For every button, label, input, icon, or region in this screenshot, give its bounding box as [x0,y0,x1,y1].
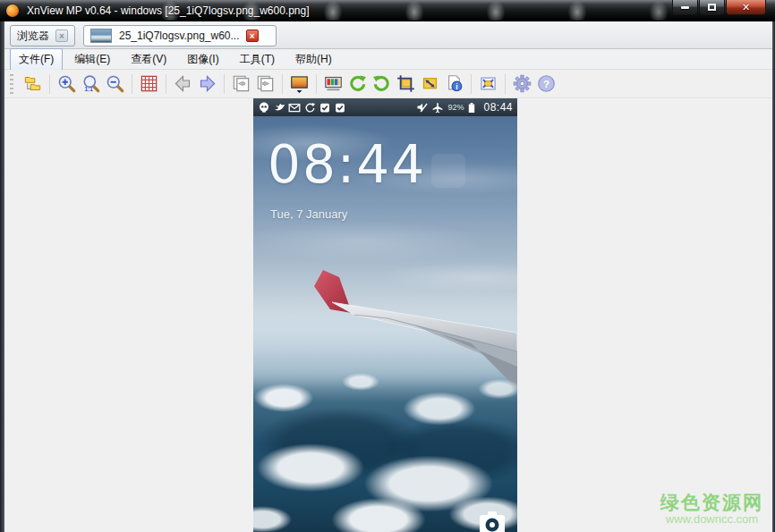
page-arrow-left-icon [232,74,251,93]
window-controls: ✕ [671,0,766,15]
camera-icon [478,511,507,532]
page-arrow-right-icon [256,74,275,93]
menu-view[interactable]: 查看(V) [122,48,175,71]
statusbar-time: 08:44 [483,101,513,114]
browser-folders-button[interactable] [21,72,45,96]
sync-icon [303,102,316,114]
toolbar-separator [224,74,225,94]
skull-badge-icon [258,102,270,114]
watermark-site-url: www.downcc.com [660,513,763,527]
resize-icon [421,74,439,93]
menu-tools[interactable]: 工具(T) [231,48,284,71]
toolbar-separator [316,74,317,94]
tab-label: 25_1iQ7logsv.png_w60... [119,30,240,42]
tab-thumbnail [90,29,112,43]
zoom-actual-size-icon: 1:1 [81,74,100,93]
battery-icon [465,102,478,114]
window-title: XnView MP v0.64 - windows [25_1iQ7logsv.… [27,4,310,17]
last-image-button[interactable] [253,72,277,96]
fullscreen-button[interactable] [476,72,500,96]
minimize-icon [681,6,689,9]
battery-percent: 92% [447,103,464,112]
toolbar-separator [471,74,472,94]
first-image-button[interactable] [229,72,253,96]
svg-text:i: i [456,82,457,91]
mail-icon [288,102,301,114]
airplane-mode-icon [431,102,444,114]
zoom-out-icon [106,74,124,93]
check-bag-icon [319,102,331,114]
folders-icon [23,74,42,93]
crop-button[interactable] [394,72,418,96]
lockscreen-clock: 08:44 [268,134,426,195]
grid-icon [140,74,158,93]
titlebar[interactable]: XnView MP v0.64 - windows [25_1iQ7logsv.… [0,0,775,21]
close-icon: ✕ [742,3,750,13]
svg-text:1:1: 1:1 [85,86,94,92]
phone-statusbar: 92% 08:44 [253,98,517,116]
check-bag-icon [334,102,346,114]
toolbar-separator [282,74,283,94]
restore-button[interactable] [699,0,725,15]
gear-icon [513,74,532,93]
minimize-button[interactable] [672,0,698,15]
tabbar: 浏览器 × 25_1iQ7logsv.png_w60... × [4,21,772,49]
help-button[interactable]: ? [534,72,558,96]
close-button[interactable]: ✕ [726,0,766,15]
tab-label: 浏览器 [17,29,49,44]
tab-close-icon[interactable]: × [246,30,259,42]
toolbar-separator [49,74,50,94]
rotate-left-icon [348,74,367,93]
menu-help[interactable]: 帮助(H) [286,48,341,71]
bird-icon [273,102,285,114]
enhance-colors-button[interactable] [321,72,345,96]
image-info-button[interactable]: i [442,72,466,96]
zoom-actual-size-button[interactable]: 1:1 [79,72,103,96]
rotate-left-button[interactable] [345,72,370,96]
slideshow-button[interactable] [287,72,311,96]
menu-image[interactable]: 图像(I) [178,48,227,71]
lockscreen-date: Tue, 7 January [270,207,347,221]
toolbar-grip[interactable] [10,74,13,94]
mute-icon [416,102,429,114]
arrow-left-icon [174,74,192,93]
tab-image[interactable]: 25_1iQ7logsv.png_w60... × [83,25,277,46]
next-image-button[interactable] [195,72,219,96]
ghost-watermark [431,154,465,188]
menu-edit[interactable]: 编辑(E) [65,48,119,71]
info-icon: i [445,74,464,93]
zoom-out-button[interactable] [103,72,127,96]
site-watermark: 绿色资源网 www.downcc.com [660,492,763,527]
toolbar: 1:1 [4,70,772,98]
rotate-right-icon [372,74,391,93]
tab-close-icon[interactable]: × [55,30,68,42]
toolbar-separator [166,74,166,94]
toolbar-separator [132,74,132,94]
grid-overlay-button[interactable] [137,72,161,96]
fullscreen-icon [479,74,498,93]
settings-button[interactable] [510,72,534,96]
app-icon [6,4,19,17]
image-view[interactable]: 92% 08:44 08:44 Tue, 7 January [253,98,517,532]
viewer-canvas[interactable]: 92% 08:44 08:44 Tue, 7 January 绿色资源网 www… [4,98,772,532]
arrow-right-icon [198,74,217,93]
svg-text:?: ? [543,78,549,89]
slideshow-icon [290,74,309,93]
tab-browser[interactable]: 浏览器 × [10,25,75,46]
crop-icon [396,74,415,93]
watermark-site-name: 绿色资源网 [660,492,763,513]
toolbar-separator [505,74,506,94]
previous-image-button[interactable] [171,72,195,96]
cloud-field [253,362,517,532]
resize-button[interactable] [418,72,442,96]
menu-file[interactable]: 文件(F) [10,48,63,71]
enhance-colors-icon [324,74,343,93]
zoom-in-button[interactable] [55,72,79,96]
zoom-in-icon [57,74,76,93]
rotate-right-button[interactable] [370,72,394,96]
restore-icon [708,4,716,11]
xnview-window: XnView MP v0.64 - windows [25_1iQ7logsv.… [0,0,775,532]
help-icon: ? [537,74,556,93]
menubar: 文件(F) 编辑(E) 查看(V) 图像(I) 工具(T) 帮助(H) [4,49,772,70]
